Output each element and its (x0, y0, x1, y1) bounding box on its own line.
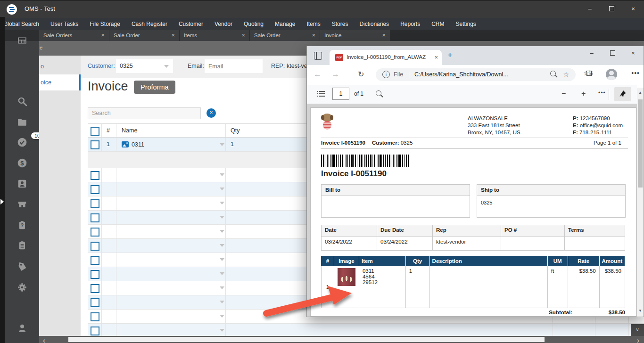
tab-close-icon[interactable]: × (434, 54, 438, 61)
scroll-left-icon[interactable]: ‹ (43, 336, 45, 343)
menu-vendor[interactable]: Vendor (209, 21, 238, 27)
item-name-cell[interactable]: 0311 (122, 140, 144, 148)
expand-panel-icon[interactable] (0, 199, 4, 204)
row-checkbox[interactable] (91, 327, 99, 335)
tasks-check-icon[interactable]: 1066 (17, 137, 27, 147)
menu-global-search[interactable]: Global Search (0, 21, 45, 27)
money-icon[interactable]: $ (17, 158, 27, 168)
tab-actions-icon[interactable] (314, 52, 322, 60)
row-checkbox[interactable] (91, 185, 99, 194)
user-icon[interactable] (17, 323, 27, 333)
row-checkbox[interactable] (91, 199, 99, 208)
search-icon[interactable] (17, 96, 27, 106)
row-checkbox[interactable] (91, 242, 99, 251)
chevron-down-icon[interactable] (220, 329, 224, 332)
scroll-right-icon[interactable]: › (637, 336, 639, 343)
row-checkbox[interactable] (91, 298, 99, 307)
zoom-out-button[interactable]: − (561, 90, 566, 98)
menu-crm[interactable]: CRM (426, 21, 450, 27)
refresh-icon[interactable]: ↻ (358, 70, 364, 79)
settings-gear-icon[interactable] (17, 282, 27, 293)
chevron-down-icon[interactable] (220, 173, 224, 176)
menu-customer[interactable]: Customer (173, 21, 209, 27)
info-icon[interactable]: i (382, 71, 390, 78)
chevron-down-icon[interactable] (220, 258, 224, 261)
tab-invoice[interactable]: Invoice× (320, 30, 390, 41)
close-icon[interactable]: × (101, 30, 105, 41)
favorite-star-icon[interactable]: ☆ (563, 71, 569, 78)
scroll-up-icon[interactable]: ▲ (638, 90, 642, 95)
chevron-down-icon[interactable] (220, 286, 224, 289)
collections-icon[interactable]: + (586, 69, 594, 77)
menu-user-tasks[interactable]: User Tasks (45, 21, 84, 27)
menu-settings[interactable]: Settings (450, 21, 481, 27)
row-checkbox[interactable] (91, 270, 99, 279)
close-icon[interactable]: × (171, 30, 175, 41)
page-number-input[interactable] (332, 88, 349, 100)
dashboard-icon[interactable] (17, 35, 27, 46)
menu-items[interactable]: Items (301, 21, 326, 27)
row-checkbox[interactable] (91, 256, 99, 265)
row-checkbox[interactable] (91, 228, 99, 237)
tab-items[interactable]: Items× (180, 30, 249, 41)
tab-sale-order-2[interactable]: Sale Order× (250, 30, 320, 41)
menu-reports[interactable]: Reports (395, 21, 426, 27)
pdf-more-icon[interactable]: ••• (598, 90, 606, 96)
scroll-down-icon[interactable]: ∨ (631, 324, 644, 336)
chevron-down-icon[interactable] (220, 143, 224, 146)
chevron-down-icon[interactable] (220, 244, 224, 247)
nav-item-invoice-selected[interactable]: oice (39, 74, 81, 90)
app-close-button[interactable]: × (622, 1, 644, 17)
customer-card-icon[interactable] (17, 179, 27, 189)
folder-icon[interactable] (17, 117, 27, 127)
toc-icon[interactable] (317, 91, 325, 97)
menu-cash-register[interactable]: Cash Register (126, 21, 173, 27)
browser-minimize-button[interactable]: – (581, 46, 602, 61)
chevron-down-icon[interactable] (220, 188, 224, 190)
menu-file-storage[interactable]: File Storage (84, 21, 126, 27)
menu-manage[interactable]: Manage (269, 21, 301, 27)
tab-sale-orders[interactable]: Sale Orders× (39, 30, 109, 41)
browser-tab-active[interactable]: PDF Invoice_I-0051190_from_ALWAZ × (330, 50, 442, 65)
help-clipboard-icon[interactable]: ? (17, 220, 27, 230)
proforma-button[interactable]: Proforma (134, 81, 175, 94)
browser-close-button[interactable]: × (623, 46, 644, 61)
chevron-down-icon[interactable] (220, 301, 224, 303)
close-icon[interactable]: × (312, 30, 315, 41)
scroll-down-icon[interactable]: ▼ (638, 309, 642, 313)
menu-quoting[interactable]: Quoting (238, 21, 269, 27)
menu-stores[interactable]: Stores (326, 21, 354, 27)
zoom-out-icon[interactable] (550, 71, 556, 78)
customer-dropdown[interactable]: 0325 (116, 59, 173, 73)
tab-sale-order-1[interactable]: Sale Order× (109, 30, 179, 41)
profile-avatar[interactable] (606, 69, 617, 80)
pdf-vertical-scrollbar[interactable]: ▲ ▼ (637, 88, 644, 317)
chevron-down-icon[interactable] (220, 272, 224, 275)
chevron-down-icon[interactable] (220, 315, 224, 318)
row-checkbox[interactable] (91, 171, 99, 180)
clipboard-list-icon[interactable] (17, 240, 27, 251)
chevron-down-icon[interactable] (220, 202, 224, 204)
menu-dictionaries[interactable]: Dictionaries (354, 21, 395, 27)
back-icon[interactable]: ← (314, 70, 322, 79)
close-icon[interactable]: × (382, 30, 386, 41)
chevron-down-icon[interactable] (220, 230, 224, 233)
app-restore-button[interactable] (601, 1, 622, 17)
forward-icon[interactable]: → (331, 70, 339, 79)
browser-menu-icon[interactable]: ••• (631, 69, 640, 77)
search-input[interactable]: Search (88, 107, 201, 119)
email-input[interactable] (205, 59, 263, 73)
tag-icon[interactable] (17, 261, 27, 272)
browser-maximize-button[interactable] (602, 46, 623, 61)
row-checkbox[interactable] (91, 312, 99, 321)
new-tab-button[interactable]: + (447, 50, 453, 60)
address-bar[interactable]: i File C:/Users/Karina_Shchitova/Downl..… (376, 68, 576, 81)
horizontal-scrollbar[interactable]: ‹ › (39, 336, 644, 343)
pdf-search-icon[interactable] (376, 90, 381, 96)
pin-toolbar-button[interactable] (614, 87, 631, 101)
row-checkbox[interactable] (91, 213, 99, 222)
row-checkbox[interactable] (91, 284, 99, 293)
select-all-checkbox[interactable] (91, 127, 99, 136)
close-icon[interactable]: × (241, 30, 245, 41)
store-icon[interactable] (17, 199, 27, 210)
